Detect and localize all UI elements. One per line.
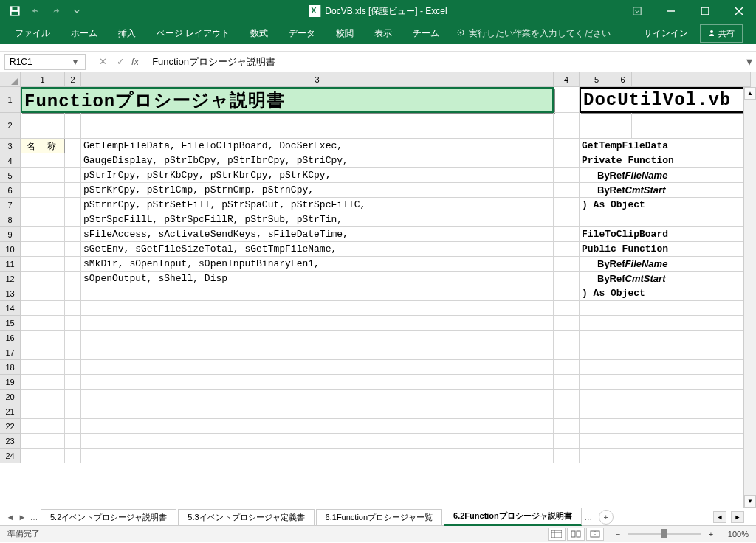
- cell[interactable]: [21, 331, 65, 345]
- cell[interactable]: [65, 139, 81, 153]
- row-header[interactable]: 19: [0, 375, 21, 390]
- cell[interactable]: [65, 301, 81, 316]
- cell[interactable]: [554, 345, 580, 360]
- undo-icon[interactable]: [27, 2, 44, 20]
- cell[interactable]: [554, 153, 580, 168]
- cell[interactable]: [21, 212, 65, 227]
- qat-customize-icon[interactable]: [68, 2, 86, 20]
- tab-view[interactable]: 表示: [365, 23, 401, 44]
- row-header[interactable]: 20: [0, 390, 21, 404]
- row-header[interactable]: 10: [0, 242, 21, 257]
- label-cell[interactable]: 名 称: [21, 139, 65, 153]
- cell[interactable]: [81, 331, 554, 345]
- cell[interactable]: [81, 301, 554, 316]
- cell[interactable]: ) As Object: [580, 198, 751, 212]
- cell[interactable]: [65, 360, 81, 375]
- zoom-track[interactable]: [628, 533, 701, 535]
- cell[interactable]: [554, 139, 580, 153]
- cell[interactable]: [21, 113, 65, 139]
- tab-nav-prev-icon[interactable]: ◄: [4, 513, 16, 522]
- fx-icon[interactable]: fx: [131, 56, 139, 67]
- cell[interactable]: [554, 449, 580, 463]
- filename-cell[interactable]: DocUtilVol.vb: [580, 87, 751, 113]
- cell[interactable]: [65, 449, 81, 463]
- row-header[interactable]: 22: [0, 419, 21, 434]
- minimize-button[interactable]: [654, 0, 688, 22]
- cell[interactable]: [554, 316, 580, 331]
- horizontal-scrollbar[interactable]: ◄ ►: [713, 511, 752, 523]
- cell[interactable]: [554, 404, 580, 419]
- cell[interactable]: pStrIrCpy, pStrKbCpy, pStrKbrCpy, pStrKC…: [81, 168, 554, 183]
- formula-input[interactable]: [145, 56, 743, 67]
- page-break-view-icon[interactable]: [586, 528, 604, 541]
- cell[interactable]: [554, 87, 580, 113]
- cell[interactable]: GetTempFileData: [580, 139, 751, 153]
- cell[interactable]: [21, 449, 65, 463]
- cell[interactable]: [65, 257, 81, 272]
- cell[interactable]: [81, 390, 554, 404]
- cell[interactable]: GetTempFileData, FileToClipBoard, DocSer…: [81, 139, 554, 153]
- cell[interactable]: [21, 345, 65, 360]
- sheet-tab[interactable]: 5.3イベントプロシージャ定義書: [178, 509, 314, 525]
- tab-home[interactable]: ホーム: [62, 23, 106, 44]
- sheet-tab[interactable]: 5.2イベントプロシージャ説明書: [41, 509, 176, 525]
- cell[interactable]: [81, 286, 554, 301]
- cell[interactable]: [81, 316, 554, 331]
- cell[interactable]: sGetEnv, sGetFileSizeTotal, sGetTmpFileN…: [81, 242, 554, 257]
- cell[interactable]: [21, 272, 65, 286]
- cell[interactable]: [65, 390, 81, 404]
- row-header[interactable]: 15: [0, 316, 21, 331]
- cell[interactable]: [21, 183, 65, 198]
- row-header[interactable]: 2: [0, 113, 21, 139]
- cell[interactable]: [580, 345, 751, 360]
- cell[interactable]: [21, 153, 65, 168]
- cell[interactable]: [554, 272, 580, 286]
- row-header[interactable]: 23: [0, 434, 21, 449]
- name-box-dropdown-icon[interactable]: ▾: [70, 57, 80, 67]
- cell[interactable]: [81, 434, 554, 449]
- cell[interactable]: [65, 227, 81, 242]
- row-header[interactable]: 24: [0, 449, 21, 463]
- tab-insert[interactable]: 挿入: [109, 23, 145, 44]
- cell[interactable]: [554, 227, 580, 242]
- cell[interactable]: [580, 449, 751, 463]
- row-header[interactable]: 12: [0, 272, 21, 286]
- zoom-out-icon[interactable]: −: [613, 530, 623, 539]
- cell[interactable]: Public Function: [580, 242, 751, 257]
- cell[interactable]: [21, 360, 65, 375]
- row-header[interactable]: 3: [0, 139, 21, 153]
- col-header[interactable]: 6: [614, 72, 632, 87]
- zoom-thumb[interactable]: [662, 529, 667, 538]
- cell[interactable]: [580, 360, 751, 375]
- cell[interactable]: [554, 242, 580, 257]
- row-header[interactable]: 18: [0, 360, 21, 375]
- title-cell[interactable]: Functionプロシージャ説明書: [21, 87, 554, 113]
- scroll-right-icon[interactable]: ►: [731, 511, 744, 523]
- cell[interactable]: sFileAccess, sActivateSendKeys, sFileDat…: [81, 227, 554, 242]
- cell[interactable]: [65, 183, 81, 198]
- cell[interactable]: [554, 257, 580, 272]
- cell[interactable]: ByRef CmtStart: [580, 183, 751, 198]
- cell[interactable]: [81, 345, 554, 360]
- tab-file[interactable]: ファイル: [6, 23, 59, 44]
- cell[interactable]: [81, 449, 554, 463]
- ribbon-options-icon[interactable]: [620, 0, 654, 22]
- cell[interactable]: [554, 212, 580, 227]
- cell[interactable]: [580, 390, 751, 404]
- row-header[interactable]: 4: [0, 153, 21, 168]
- cell[interactable]: [554, 375, 580, 390]
- cell[interactable]: ByRef CmtStart: [580, 272, 751, 286]
- add-sheet-button[interactable]: +: [599, 510, 614, 525]
- tellme-search[interactable]: 実行したい作業を入力してください: [451, 27, 616, 40]
- cell[interactable]: [65, 168, 81, 183]
- cell[interactable]: [65, 331, 81, 345]
- row-header[interactable]: 21: [0, 404, 21, 419]
- cell[interactable]: [81, 113, 554, 139]
- cell[interactable]: [21, 242, 65, 257]
- cancel-formula-icon[interactable]: ✕: [96, 56, 109, 67]
- cell[interactable]: [554, 113, 580, 139]
- row-header[interactable]: 16: [0, 331, 21, 345]
- cell[interactable]: [21, 419, 65, 434]
- sheet-tab[interactable]: 6.1Functionプロシージャー覧: [316, 509, 442, 525]
- page-layout-view-icon[interactable]: [567, 528, 585, 541]
